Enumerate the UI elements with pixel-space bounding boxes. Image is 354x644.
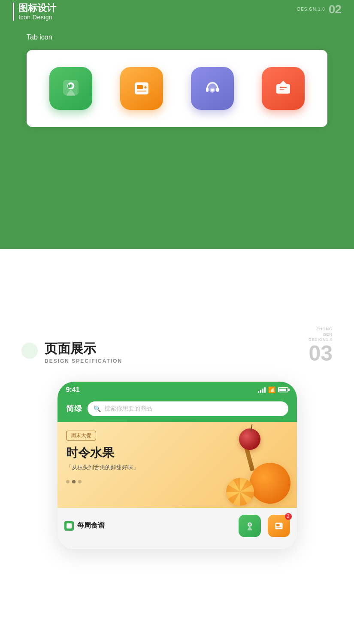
header-branding: 图标设计 Icon Design	[13, 3, 56, 21]
phone-screen: 9:41 📶 简绿 🔍 搜索你想要的商品	[57, 382, 297, 549]
banner-fruit-area	[165, 422, 297, 508]
svg-marker-16	[280, 81, 287, 84]
headset-icon	[200, 76, 224, 100]
mini-icons-row: 2	[239, 515, 290, 537]
app-header: 简绿 🔍 搜索你想要的商品	[57, 397, 297, 422]
content-section-icon	[64, 521, 74, 531]
section-number: 03	[309, 343, 333, 364]
app-icon-headset	[191, 67, 234, 110]
section-title-en: DESIGN SPECIFICATION	[45, 358, 122, 364]
header-right: DESIGN.1.0 02	[297, 3, 341, 16]
header-badge: DESIGN.1.0	[297, 6, 325, 12]
header-title-cn: 图标设计	[18, 3, 56, 14]
banner-dot-1	[66, 480, 70, 483]
status-bar: 9:41 📶	[57, 382, 297, 397]
svg-rect-17	[280, 87, 287, 88]
banner-dot-3	[78, 480, 82, 483]
svg-rect-18	[280, 89, 284, 90]
svg-rect-23	[276, 527, 281, 527]
svg-text:M: M	[68, 84, 71, 89]
mini-map-icon	[243, 519, 256, 532]
svg-point-14	[211, 89, 214, 91]
orange-decoration	[250, 463, 290, 504]
signal-icon	[258, 387, 266, 393]
mini-card-icon	[272, 519, 285, 532]
card-icon	[130, 76, 154, 100]
svg-rect-22	[276, 524, 280, 526]
app-icon-card	[120, 67, 163, 110]
svg-rect-12	[216, 88, 219, 92]
app-icon-map: M	[49, 67, 92, 110]
weekly-recipe-section: 每周食谱	[64, 515, 290, 537]
battery-icon	[278, 387, 288, 392]
orange-half-decoration	[226, 478, 254, 506]
tag-icon	[271, 76, 295, 100]
status-time: 9:41	[66, 386, 80, 394]
section-title-cn: 页面展示	[45, 341, 122, 356]
section-03-header: 页面展示 DESIGN SPECIFICATION ZHONGBENDESIGN…	[21, 326, 333, 364]
banner: 周末大促 时令水果 「从枝头到舌尖的鲜甜好味」	[57, 422, 297, 508]
mini-icon-card: 2	[268, 515, 290, 537]
map-icon: M	[59, 76, 83, 100]
app-logo: 简绿	[66, 404, 82, 414]
banner-tag: 周末大促	[66, 431, 96, 440]
mini-icon-map	[239, 515, 261, 537]
cherry-decoration	[239, 428, 260, 450]
phone-mockup: 9:41 📶 简绿 🔍 搜索你想要的商品	[57, 381, 297, 550]
svg-rect-5	[137, 85, 143, 89]
icons-container: M	[27, 50, 327, 127]
svg-rect-11	[206, 88, 209, 92]
middle-section	[0, 249, 354, 326]
svg-rect-6	[137, 91, 146, 92]
section-dot-decoration	[21, 343, 38, 359]
content-section-icon-inner	[67, 523, 72, 529]
section-03: 页面展示 DESIGN SPECIFICATION ZHONGBENDESIGN…	[0, 326, 354, 571]
header: 图标设计 Icon Design DESIGN.1.0 02	[0, 0, 354, 21]
banner-dot-2	[72, 480, 76, 483]
app-icon-tag	[262, 67, 305, 110]
status-icons: 📶	[258, 386, 288, 393]
wifi-icon: 📶	[268, 386, 275, 393]
header-section-number: 02	[329, 3, 341, 16]
top-green-section: 图标设计 Icon Design DESIGN.1.0 02 Tab icon …	[0, 0, 354, 249]
app-content: 每周食谱	[57, 508, 297, 549]
search-placeholder: 搜索你想要的商品	[104, 405, 152, 413]
header-title-en: Icon Design	[18, 14, 56, 21]
section-header-left: 页面展示 DESIGN SPECIFICATION	[21, 341, 122, 364]
weekly-recipe-label: 每周食谱	[77, 521, 105, 530]
notification-badge: 2	[285, 513, 292, 520]
search-bar[interactable]: 🔍 搜索你想要的商品	[88, 401, 288, 416]
search-icon: 🔍	[94, 405, 101, 412]
svg-point-20	[248, 523, 251, 526]
section-title-block: 页面展示 DESIGN SPECIFICATION	[45, 341, 122, 364]
tab-icon-label: Tab icon	[27, 33, 354, 41]
section-num-label: ZHONGBENDESIGN1.0	[309, 326, 333, 343]
section-num-block: ZHONGBENDESIGN1.0 03	[309, 326, 333, 364]
